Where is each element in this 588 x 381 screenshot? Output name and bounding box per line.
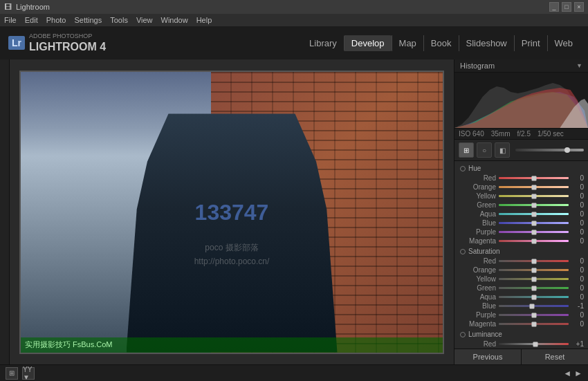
camera-info: ISO 640 35mm f/2.5 1/50 sec xyxy=(454,128,588,140)
hue-green-thumb xyxy=(531,203,536,207)
maximize-button[interactable]: □ xyxy=(562,2,571,12)
hue-orange-track[interactable] xyxy=(499,186,569,188)
menu-edit[interactable]: Edit xyxy=(25,16,38,24)
sat-red-track[interactable] xyxy=(499,260,569,262)
menu-bar: File Edit Photo Settings Tools View Wind… xyxy=(0,14,588,26)
sat-blue-thumb xyxy=(530,304,535,308)
sat-purple-track[interactable] xyxy=(499,314,569,316)
app-icon: 🎞 xyxy=(4,3,12,11)
nav-tabs: Library Develop Map Book Slideshow Print… xyxy=(302,35,580,51)
logo-area: Lr ADOBE PHOTOSHOP LIGHTROOM 4 xyxy=(8,32,106,53)
hue-red-value: 0 xyxy=(571,174,584,182)
sat-aqua-label: Aqua xyxy=(459,293,496,301)
hue-orange-label: Orange xyxy=(459,183,496,191)
tool-grid[interactable]: ⊞ xyxy=(459,142,474,158)
hue-label: Hue xyxy=(468,165,481,172)
sliders-panel[interactable]: Hue Red 0 Orange 0 Yellow xyxy=(454,161,588,349)
tab-print[interactable]: Print xyxy=(514,35,547,51)
hue-orange-value: 0 xyxy=(571,183,584,191)
hue-magenta-track[interactable] xyxy=(499,240,569,242)
menu-settings[interactable]: Settings xyxy=(74,16,102,24)
hue-blue-row: Blue 0 xyxy=(454,219,588,227)
hue-yellow-track[interactable] xyxy=(499,195,569,197)
menu-file[interactable]: File xyxy=(4,16,17,24)
sat-aqua-track[interactable] xyxy=(499,296,569,298)
luminance-section: Luminance Red +1 Orange +2 xyxy=(454,328,588,349)
filmstrip-nav: ◄ ► xyxy=(563,369,582,378)
menu-tools[interactable]: Tools xyxy=(110,16,128,24)
tool-slider[interactable] xyxy=(515,149,584,151)
panel-bottom-buttons: Previous Reset xyxy=(454,349,588,364)
sat-magenta-value: 0 xyxy=(571,320,584,328)
hue-blue-track[interactable] xyxy=(499,222,569,224)
photo-container: 133747 poco 摄影部落 http://photo.poco.cn/ 实… xyxy=(19,71,444,354)
lum-red-track[interactable] xyxy=(499,343,569,345)
sat-aqua-row: Aqua 0 xyxy=(454,292,588,301)
title-bar: 🎞 Lightroom _ □ × xyxy=(0,0,588,14)
minimize-button[interactable]: _ xyxy=(549,2,559,12)
sat-purple-row: Purple 0 xyxy=(454,310,588,319)
hue-orange-thumb xyxy=(531,185,536,189)
hue-purple-track[interactable] xyxy=(499,231,569,233)
menu-view[interactable]: View xyxy=(136,16,153,24)
luminance-section-header: Luminance xyxy=(454,328,588,340)
view-mode-selector[interactable]: YY ▼ xyxy=(22,367,35,380)
sat-orange-track[interactable] xyxy=(499,269,569,271)
sat-orange-thumb xyxy=(531,268,536,272)
tab-web[interactable]: Web xyxy=(547,35,580,51)
hue-aqua-label: Aqua xyxy=(459,210,496,218)
hue-aqua-track[interactable] xyxy=(499,213,569,215)
luminance-label: Luminance xyxy=(468,331,502,338)
focal-length: 35mm xyxy=(491,130,511,138)
hue-aqua-row: Aqua 0 xyxy=(454,210,588,219)
menu-help[interactable]: Help xyxy=(196,16,212,24)
hue-green-value: 0 xyxy=(571,201,584,209)
tool-circle[interactable]: ○ xyxy=(477,142,492,158)
tab-book[interactable]: Book xyxy=(423,35,459,51)
sat-green-track[interactable] xyxy=(499,287,569,289)
sat-magenta-track[interactable] xyxy=(499,323,569,325)
sat-yellow-track[interactable] xyxy=(499,278,569,280)
previous-button[interactable]: Previous xyxy=(454,349,522,364)
menu-window[interactable]: Window xyxy=(161,16,188,24)
tab-map[interactable]: Map xyxy=(392,35,423,51)
hue-aqua-value: 0 xyxy=(571,210,584,218)
sat-orange-value: 0 xyxy=(571,266,584,274)
sat-blue-value: -1 xyxy=(571,302,584,310)
footer: ⊞ YY ▼ ◄ ► xyxy=(0,364,588,381)
tab-library[interactable]: Library xyxy=(302,35,344,51)
hue-green-track[interactable] xyxy=(499,204,569,206)
lum-red-value: +1 xyxy=(571,340,584,348)
sat-magenta-thumb xyxy=(531,322,536,326)
aperture-value: f/2.5 xyxy=(517,130,531,138)
filmstrip-prev[interactable]: ◄ xyxy=(563,369,571,378)
sat-green-value: 0 xyxy=(571,284,584,292)
iso-value: ISO 640 xyxy=(459,130,484,138)
sat-blue-track[interactable] xyxy=(499,305,569,307)
tab-slideshow[interactable]: Slideshow xyxy=(459,35,514,51)
hue-yellow-row: Yellow 0 xyxy=(454,192,588,201)
hue-red-label: Red xyxy=(459,174,496,182)
hue-magenta-value: 0 xyxy=(571,237,584,245)
hue-purple-value: 0 xyxy=(571,228,584,236)
sat-magenta-row: Magenta 0 xyxy=(454,319,588,328)
sat-purple-thumb xyxy=(531,313,536,317)
hue-magenta-label: Magenta xyxy=(459,237,496,245)
hue-purple-row: Purple 0 xyxy=(454,227,588,236)
filmstrip-next[interactable]: ► xyxy=(574,369,582,378)
tab-develop[interactable]: Develop xyxy=(344,35,392,51)
panel-collapse-icon[interactable]: ▼ xyxy=(576,62,582,69)
hue-blue-label: Blue xyxy=(459,219,496,227)
reset-button[interactable]: Reset xyxy=(522,349,588,364)
histogram xyxy=(454,73,588,128)
photo-area[interactable]: 133747 poco 摄影部落 http://photo.poco.cn/ 实… xyxy=(10,59,454,364)
title-bar-controls[interactable]: _ □ × xyxy=(549,2,584,12)
close-button[interactable]: × xyxy=(574,2,584,12)
sat-orange-label: Orange xyxy=(459,266,496,274)
tool-crop[interactable]: ◧ xyxy=(495,142,510,158)
view-mode-icon[interactable]: ⊞ xyxy=(6,367,18,380)
tool-slider-thumb xyxy=(564,147,570,153)
menu-photo[interactable]: Photo xyxy=(46,16,66,24)
sat-red-thumb xyxy=(531,259,536,263)
hue-red-track[interactable] xyxy=(499,177,569,179)
